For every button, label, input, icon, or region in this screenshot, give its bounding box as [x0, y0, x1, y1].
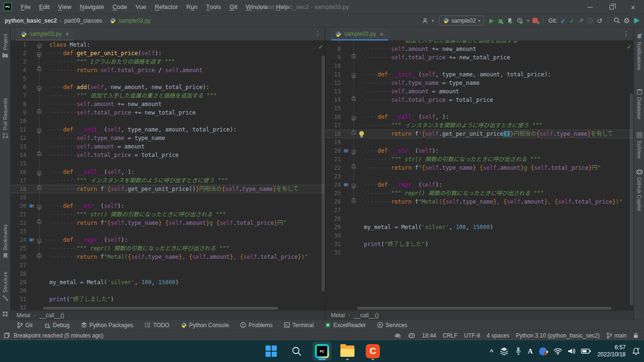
fold-marker[interactable]	[352, 184, 356, 188]
taskbar-app-pycharm[interactable]: PC	[313, 342, 331, 361]
close-icon[interactable]: ×	[380, 31, 384, 38]
ime-mode-indicator[interactable]: A	[528, 347, 533, 355]
editor-pane-right[interactable]: sample03.py×⋮7········""" 追加で入手した金属の重さと価…	[325, 27, 633, 320]
tool-window-button-notifications[interactable]: Notifications	[634, 33, 644, 70]
horizontal-scrollbar[interactable]	[43, 307, 278, 310]
gutter[interactable]: 22	[11, 219, 43, 227]
fold-marker[interactable]	[37, 171, 41, 175]
fold-marker[interactable]	[37, 86, 41, 90]
menu-navigate[interactable]: Navigate	[76, 0, 108, 14]
rollback-icon[interactable]: ↺	[597, 17, 603, 24]
tool-window-button-excelreader[interactable]: ExcelReader	[325, 322, 366, 329]
fold-marker[interactable]	[37, 152, 41, 156]
menu-refactor[interactable]: Refactor	[151, 0, 182, 14]
fold-marker[interactable]	[352, 74, 356, 77]
gutter[interactable]: 7	[11, 91, 43, 100]
gutter[interactable]: 14	[325, 96, 357, 104]
gutter[interactable]: 27	[11, 261, 43, 270]
gutter[interactable]: 24↑	[11, 236, 43, 244]
gutter[interactable]: 2	[11, 49, 43, 58]
vertical-scrollbar[interactable]	[630, 93, 633, 305]
gutter[interactable]: 32	[325, 248, 357, 257]
tray-colored-ball-icon[interactable]	[539, 347, 547, 355]
taskbar-clock[interactable]: 6:572022/10/18	[597, 344, 626, 358]
gutter[interactable]: 5	[11, 74, 43, 83]
gutter[interactable]: 7	[325, 41, 357, 45]
gutter[interactable]: 13	[11, 142, 43, 151]
fold-marker[interactable]	[37, 67, 41, 71]
editor-tab[interactable]: sample03.py×	[16, 27, 73, 41]
override-method-icon[interactable]: ↑	[344, 148, 349, 154]
menu-code[interactable]: Code	[108, 0, 131, 14]
encoding-widget[interactable]: UTF-8	[464, 332, 480, 339]
close-icon[interactable]: ×	[65, 31, 69, 38]
menu-file[interactable]: File	[16, 0, 35, 14]
fold-marker[interactable]	[352, 131, 356, 135]
tool-window-button-pull-requests[interactable]: Pull Requests	[0, 98, 10, 139]
gutter[interactable]: 13	[325, 87, 357, 96]
fold-marker[interactable]	[37, 110, 41, 114]
menu-view[interactable]: View	[54, 0, 75, 14]
bug-icon[interactable]	[497, 17, 504, 24]
gutter[interactable]: 11	[11, 125, 43, 134]
gutter[interactable]: 9	[325, 53, 357, 62]
coverage-icon[interactable]	[507, 17, 514, 24]
system-tray-group[interactable]	[553, 347, 591, 355]
gutter[interactable]: 9	[11, 108, 43, 117]
menu-run[interactable]: Run	[182, 0, 202, 14]
fold-marker[interactable]	[37, 186, 41, 190]
taskbar-app-search[interactable]	[287, 342, 306, 361]
git-push-icon[interactable]: ↗	[578, 17, 584, 24]
run-button[interactable]: ▶	[489, 17, 494, 24]
settings-gear-icon[interactable]: ⚙	[624, 17, 630, 24]
tool-window-button-problems[interactable]: Problems	[240, 322, 273, 329]
inspections-ok-icon[interactable]: ✓	[627, 43, 632, 50]
gutter[interactable]: 4	[11, 66, 43, 74]
fold-marker[interactable]	[37, 52, 41, 56]
chevron-down-icon[interactable]: ▾	[432, 18, 434, 23]
fold-marker[interactable]	[352, 199, 356, 203]
history-icon[interactable]	[587, 17, 594, 24]
tool-window-button-debug[interactable]: Debug	[44, 322, 69, 329]
gutter[interactable]: 18	[325, 130, 357, 138]
mic-icon[interactable]	[515, 346, 522, 356]
gutter[interactable]: 25	[11, 244, 43, 253]
tool-window-button-bookmarks[interactable]: Bookmarks	[0, 224, 10, 259]
code-editor[interactable]: 7········""" 追加で入手した金属の重さと価格を追加する """8··…	[325, 41, 633, 310]
gutter[interactable]: 30	[11, 287, 43, 295]
layers-z-icon[interactable]: z	[499, 347, 509, 355]
gutter[interactable]: 26	[325, 197, 357, 206]
gutter[interactable]: 30	[325, 231, 357, 240]
close-button[interactable]: ×	[622, 0, 644, 14]
fold-marker[interactable]	[37, 44, 41, 48]
menu-tools[interactable]: Tools	[202, 0, 225, 14]
tool-window-button-database[interactable]: Database	[634, 89, 644, 119]
tool-window-button-sciview[interactable]: SciView	[634, 132, 644, 159]
tool-window-button-python-packages[interactable]: Python Packages	[81, 322, 133, 329]
gutter[interactable]: 28	[11, 270, 43, 278]
gutter[interactable]: 23	[325, 172, 357, 181]
breadcrumb-package[interactable]: part09_classes	[64, 17, 102, 24]
gutter[interactable]: 24↑	[325, 181, 357, 189]
gutter[interactable]: 22	[325, 164, 357, 172]
fold-marker[interactable]	[352, 150, 356, 154]
menu-vue[interactable]: Vue	[131, 0, 151, 14]
restore-button[interactable]	[601, 0, 622, 14]
gutter[interactable]: 12	[325, 79, 357, 87]
fold-marker[interactable]	[352, 165, 356, 169]
pycharm-logo-icon[interactable]: PC	[4, 3, 12, 11]
gutter[interactable]: 19	[11, 193, 43, 202]
tray-chevron-up-icon[interactable]: ^	[490, 348, 494, 355]
copilot-icon[interactable]	[408, 332, 415, 338]
gutter[interactable]: 28	[325, 214, 357, 223]
cloud-sync-icon[interactable]	[394, 332, 402, 338]
plugin-play-icon[interactable]	[633, 17, 640, 24]
taskbar-app-start[interactable]	[262, 342, 281, 361]
gutter[interactable]: 31	[11, 295, 43, 304]
breadcrumb-method[interactable]: __call__()	[354, 312, 379, 319]
tool-window-button-github-copilot[interactable]: GitHub Copilot	[634, 169, 644, 211]
user-icon[interactable]	[422, 17, 428, 24]
override-method-icon[interactable]: ↑	[344, 182, 349, 188]
gutter[interactable]: 10	[325, 62, 357, 70]
gutter[interactable]: 26	[11, 253, 43, 261]
